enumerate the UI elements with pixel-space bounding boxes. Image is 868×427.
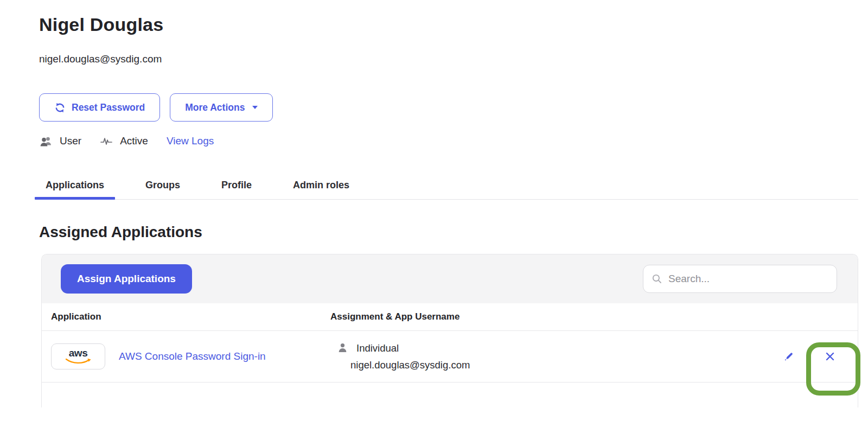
section-title: Assigned Applications	[39, 224, 868, 241]
user-status-label: Active	[120, 135, 148, 147]
search-input[interactable]	[643, 265, 837, 293]
tab-groups[interactable]: Groups	[135, 180, 191, 199]
caret-down-icon	[252, 106, 258, 109]
x-icon	[824, 350, 837, 363]
view-logs-link[interactable]: View Logs	[167, 135, 214, 147]
aws-smile-icon	[65, 358, 92, 364]
status-row: User Active View Logs	[39, 135, 868, 147]
action-buttons-row: Reset Password More Actions	[39, 93, 868, 122]
aws-logo-text: aws	[69, 349, 87, 357]
activity-pulse-icon	[100, 136, 113, 146]
remove-application-button[interactable]	[823, 349, 837, 364]
app-username: nigel.douglas@sysdig.com	[338, 359, 782, 371]
refresh-icon	[54, 102, 66, 113]
column-assignment: Assignment & App Username	[330, 311, 459, 322]
application-link[interactable]: AWS Console Password Sign-in	[119, 350, 266, 362]
more-actions-label: More Actions	[185, 102, 245, 113]
assigned-applications-panel: Assign Applications Application Assignme…	[41, 254, 858, 407]
column-application: Application	[51, 311, 330, 322]
user-status: Active	[100, 135, 148, 147]
user-icon	[39, 136, 53, 147]
user-email: nigel.douglas@sysdig.com	[39, 53, 868, 65]
panel-toolbar: Assign Applications	[42, 254, 858, 303]
row-actions	[782, 349, 858, 364]
edit-application-button[interactable]	[782, 349, 796, 364]
assign-applications-button[interactable]: Assign Applications	[61, 264, 192, 294]
reset-password-button[interactable]: Reset Password	[39, 93, 160, 122]
assignment-type: Individual	[356, 342, 399, 354]
tab-profile[interactable]: Profile	[210, 180, 263, 199]
table-row: aws AWS Console Password Sign-in	[42, 331, 858, 383]
application-cell: aws AWS Console Password Sign-in	[51, 343, 330, 369]
person-icon	[338, 343, 347, 353]
more-actions-button[interactable]: More Actions	[170, 93, 273, 122]
search-box	[643, 265, 837, 293]
user-type-label: User	[60, 135, 81, 147]
tab-applications[interactable]: Applications	[35, 180, 115, 199]
table-header: Application Assignment & App Username	[42, 303, 858, 331]
page-title: Nigel Douglas	[39, 14, 868, 35]
user-detail-page: Nigel Douglas nigel.douglas@sysdig.com R…	[0, 0, 868, 407]
assignment-cell: Individual nigel.douglas@sysdig.com	[330, 342, 782, 371]
tab-admin-roles[interactable]: Admin roles	[282, 180, 360, 199]
tab-bar: Applications Groups Profile Admin roles	[39, 180, 858, 200]
user-type: User	[39, 135, 81, 147]
pencil-icon	[782, 350, 795, 363]
reset-password-label: Reset Password	[72, 102, 145, 113]
aws-logo: aws	[51, 343, 105, 369]
